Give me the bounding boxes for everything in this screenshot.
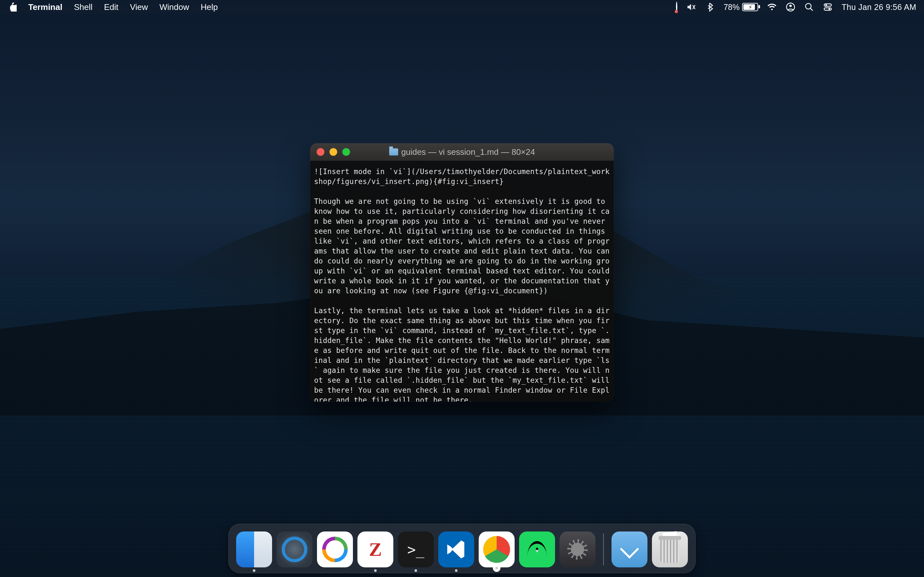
menubar-clock[interactable]: Thu Jan 26 9:56 AM xyxy=(842,3,916,12)
dock-terminal-icon[interactable] xyxy=(398,532,434,567)
do-not-disturb-icon[interactable] xyxy=(676,2,677,12)
control-center-icon[interactable] xyxy=(823,2,833,12)
window-zoom-button[interactable] xyxy=(342,148,350,156)
svg-point-1 xyxy=(789,5,792,7)
user-icon[interactable] xyxy=(786,2,795,12)
window-titlebar[interactable]: guides — vi session_1.md — 80×24 xyxy=(310,143,614,161)
window-title: guides — vi session_1.md — 80×24 xyxy=(310,147,614,157)
menu-shell[interactable]: Shell xyxy=(74,2,92,12)
menubar-left: Terminal Shell Edit View Window Help xyxy=(8,2,218,12)
menu-window[interactable]: Window xyxy=(160,2,189,12)
svg-rect-5 xyxy=(824,8,832,11)
menu-help[interactable]: Help xyxy=(200,2,218,12)
dock-vscode-icon[interactable] xyxy=(438,532,474,567)
dock-separator xyxy=(603,533,604,566)
apple-menu-icon[interactable] xyxy=(8,3,17,11)
spotlight-search-icon[interactable] xyxy=(804,2,814,12)
folder-icon xyxy=(389,148,398,155)
dock: Z xyxy=(228,524,696,573)
dock-quicktime-icon[interactable] xyxy=(276,532,312,567)
menubar-app-name[interactable]: Terminal xyxy=(28,2,62,12)
trash-paper-icon xyxy=(662,531,677,540)
svg-point-4 xyxy=(825,4,827,6)
dock-spotify-icon[interactable] xyxy=(519,532,555,567)
dock-chrome-icon[interactable] xyxy=(479,532,515,567)
menubar-right: 78% ⚡︎ Thu Jan 26 9:56 AM xyxy=(676,2,916,12)
menubar: Terminal Shell Edit View Window Help 78%… xyxy=(0,0,924,14)
window-title-text: guides — vi session_1.md — 80×24 xyxy=(401,147,535,157)
svg-point-2 xyxy=(806,3,811,9)
wifi-icon[interactable] xyxy=(767,2,777,12)
window-traffic-lights xyxy=(317,148,350,156)
svg-point-6 xyxy=(829,8,830,10)
menu-view[interactable]: View xyxy=(130,2,148,12)
dock-globe-app-icon[interactable] xyxy=(317,532,353,567)
zotero-glyph: Z xyxy=(369,538,382,561)
volume-muted-icon[interactable] xyxy=(686,2,696,12)
window-minimize-button[interactable] xyxy=(330,148,337,156)
dock-trash-icon[interactable] xyxy=(652,532,688,567)
terminal-content[interactable]: ![Insert mode in `vi`](/Users/timothyeld… xyxy=(310,161,614,402)
menu-edit[interactable]: Edit xyxy=(104,2,118,12)
svg-rect-3 xyxy=(824,4,832,6)
dock-finder-icon[interactable] xyxy=(236,532,272,567)
dock-zotero-icon[interactable]: Z xyxy=(357,532,393,567)
window-close-button[interactable] xyxy=(317,148,325,156)
battery-status[interactable]: 78% ⚡︎ xyxy=(724,3,758,12)
dock-settings-icon[interactable] xyxy=(559,532,596,567)
terminal-window[interactable]: guides — vi session_1.md — 80×24 ![Inser… xyxy=(310,143,614,402)
bluetooth-icon[interactable] xyxy=(705,2,714,12)
battery-percent-label: 78% xyxy=(724,3,740,12)
dock-downloads-icon[interactable] xyxy=(612,532,648,567)
battery-icon: ⚡︎ xyxy=(742,3,758,11)
